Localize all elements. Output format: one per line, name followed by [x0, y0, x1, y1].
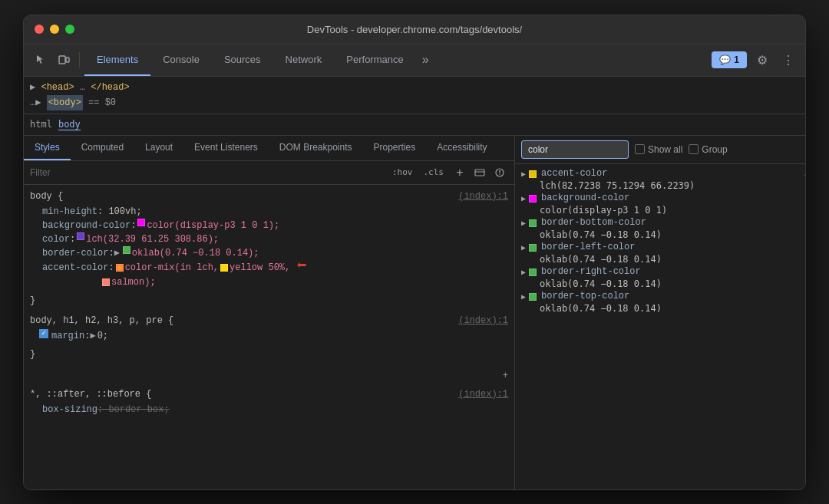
right-panel: Show all Group ▶ accent-color ⬅: [515, 136, 805, 489]
tab-sources[interactable]: Sources: [212, 44, 273, 76]
tab-network[interactable]: Network: [273, 44, 335, 76]
traffic-lights: [35, 25, 74, 34]
border-bottom-color-swatch: [529, 219, 537, 227]
filter-icons: +: [451, 164, 508, 181]
border-color-swatch[interactable]: [123, 246, 130, 254]
nav-tabs: Elements Console Sources Network Perform…: [84, 44, 710, 76]
left-panel: Styles Computed Layout Event Listeners D…: [24, 136, 515, 489]
computed-filter-input[interactable]: [521, 140, 629, 159]
hov-button[interactable]: :hov: [389, 166, 416, 179]
show-all-checkbox[interactable]: Show all: [635, 144, 682, 155]
css-area[interactable]: body { (index):1 min-height : 100vh; bac…: [24, 185, 514, 489]
dom-line-head[interactable]: ▶ <head> … </head>: [30, 80, 799, 95]
tab-layout[interactable]: Layout: [134, 136, 183, 160]
filter-bar: :hov .cls +: [24, 161, 514, 185]
css-prop-accent-color[interactable]: accent-color : color-mix(in lch, yellow …: [39, 260, 508, 289]
chat-button[interactable]: 💬 1: [712, 51, 747, 68]
css-prop-margin[interactable]: ✓ margin : ▶ 0;: [39, 329, 508, 343]
tab-elements[interactable]: Elements: [84, 44, 150, 76]
css-rule-body: body { (index):1: [24, 188, 514, 205]
tab-computed[interactable]: Computed: [71, 136, 134, 160]
css-origin-2[interactable]: (index):1: [458, 314, 508, 328]
css-origin-1[interactable]: (index):1: [458, 189, 508, 203]
dom-panel: ▶ <head> … </head> …▶ <body> == $0: [24, 77, 805, 114]
tab-styles[interactable]: Styles: [24, 136, 71, 160]
css-prop-border-color[interactable]: border-color : ▶ oklab(0.74 −0.18 0.14);: [39, 246, 508, 260]
border-top-color-value: oklab(0.74 −0.18 0.14): [515, 302, 805, 315]
border-left-color-value: oklab(0.74 −0.18 0.14): [515, 253, 805, 265]
breadcrumb-html[interactable]: html: [30, 119, 52, 130]
border-top-color-swatch: [529, 293, 537, 301]
css-origin-3[interactable]: (index):1: [458, 387, 508, 401]
computed-list: ▶ accent-color ⬅ lch(82.7238 75.1294 66.…: [515, 164, 805, 489]
css-prop-color[interactable]: color : lch(32.39 61.25 308.86);: [39, 232, 508, 246]
chat-count: 1: [734, 54, 739, 65]
more-tabs-button[interactable]: »: [416, 53, 435, 67]
accent-color-swatch3[interactable]: [102, 278, 110, 286]
tab-properties[interactable]: Properties: [363, 136, 427, 160]
css-prop-background-color[interactable]: background-color : color(display-p3 1 0 …: [39, 219, 508, 232]
css-close-brace-2: }: [24, 348, 514, 366]
background-color-swatch[interactable]: [137, 219, 145, 226]
css-prop-box-sizing[interactable]: box-sizing : border-box;: [39, 403, 508, 417]
settings-button[interactable]: ⚙: [751, 49, 773, 71]
css-props-body: min-height : 100vh; background-color : c…: [24, 205, 514, 294]
add-rule-button[interactable]: +: [24, 366, 514, 386]
color-swatch[interactable]: [77, 232, 84, 240]
inspect-icon[interactable]: [30, 49, 51, 71]
main-content: Styles Computed Layout Event Listeners D…: [24, 136, 805, 489]
background-color-computed-value: color(display-p3 1 0 1): [515, 204, 805, 216]
breadcrumb-body[interactable]: body: [58, 119, 81, 130]
close-button[interactable]: [35, 25, 44, 34]
css-prop-min-height[interactable]: min-height : 100vh;: [39, 205, 508, 219]
group-label: Group: [702, 144, 727, 155]
css-selector-universal: *, ::after, ::before {: [30, 387, 151, 401]
expand-arrow-bbc: ▶: [521, 219, 526, 228]
show-all-box[interactable]: [635, 144, 645, 154]
filter-input[interactable]: [30, 167, 385, 178]
css-selector-body-headings: body, h1, h2, h3, p, pre {: [30, 314, 173, 328]
tab-console[interactable]: Console: [150, 44, 212, 76]
tab-accessibility[interactable]: Accessibility: [426, 136, 497, 160]
breadcrumb: html body: [24, 114, 805, 136]
computed-item-accent-color[interactable]: ▶ accent-color ⬅ lch(82.7238 75.1294 66.…: [515, 167, 805, 192]
expand-arrow: ▶: [521, 170, 526, 179]
more-options-button[interactable]: ⋮: [778, 49, 799, 71]
border-left-color-swatch: [529, 244, 537, 252]
cls-button[interactable]: .cls: [421, 166, 448, 179]
group-box[interactable]: [689, 144, 699, 154]
accent-color-swatch2[interactable]: [220, 264, 228, 272]
svg-point-6: [499, 173, 500, 175]
css-props-body-headings: ✓ margin : ▶ 0;: [24, 329, 514, 348]
dom-line-body[interactable]: …▶ <body> == $0: [30, 95, 799, 110]
title-bar: DevTools - developer.chrome.com/tags/dev…: [24, 15, 805, 44]
computed-item-border-left-color[interactable]: ▶ border-left-color oklab(0.74 −0.18 0.1…: [515, 241, 805, 265]
tab-event-listeners[interactable]: Event Listeners: [183, 136, 269, 160]
add-style-button[interactable]: +: [451, 164, 468, 181]
red-arrow-annotation-1: ⬅: [296, 260, 306, 275]
styles-tabs: Styles Computed Layout Event Listeners D…: [24, 136, 514, 161]
tab-dom-breakpoints[interactable]: DOM Breakpoints: [269, 136, 363, 160]
maximize-button[interactable]: [65, 25, 74, 34]
expand-arrow-brc: ▶: [521, 268, 526, 277]
css-rule-universal: *, ::after, ::before { (index):1: [24, 386, 514, 403]
svg-rect-1: [66, 58, 69, 62]
expand-arrow-blc: ▶: [521, 243, 526, 252]
tab-performance[interactable]: Performance: [334, 44, 415, 76]
new-style-button[interactable]: [471, 164, 488, 181]
group-checkbox[interactable]: Group: [689, 144, 727, 155]
top-toolbar: Elements Console Sources Network Perform…: [24, 44, 805, 77]
chat-icon: 💬: [719, 54, 731, 65]
device-icon[interactable]: [53, 49, 74, 71]
toggle-changes-button[interactable]: [491, 164, 508, 181]
minimize-button[interactable]: [50, 25, 59, 34]
accent-color-swatch1[interactable]: [116, 264, 124, 272]
computed-item-border-bottom-color[interactable]: ▶ border-bottom-color oklab(0.74 −0.18 0…: [515, 216, 805, 241]
expand-arrow-btc: ▶: [521, 292, 526, 301]
window-title: DevTools - developer.chrome.com/tags/dev…: [35, 24, 794, 35]
computed-item-border-right-color[interactable]: ▶ border-right-color oklab(0.74 −0.18 0.…: [515, 265, 805, 290]
computed-item-background-color[interactable]: ▶ background-color color(display-p3 1 0 …: [515, 192, 805, 216]
margin-checkbox[interactable]: ✓: [39, 329, 48, 338]
svg-rect-0: [59, 56, 65, 64]
computed-item-border-top-color[interactable]: ▶ border-top-color oklab(0.74 −0.18 0.14…: [515, 290, 805, 315]
